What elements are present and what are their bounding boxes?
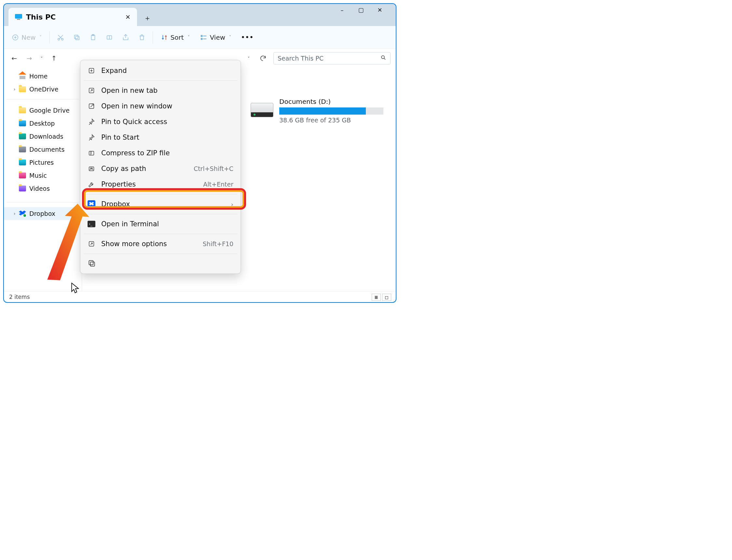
forward-button[interactable]: → [24,53,35,63]
expand-chevron-icon[interactable]: › [14,87,16,92]
context-item-pin-quick-access[interactable]: Pin to Quick access [80,114,241,130]
context-item-show-more-options[interactable]: Show more options Shift+F10 [80,236,241,252]
sidebar-item-label: Dropbox [29,210,55,217]
chevron-right-icon: › [231,201,233,208]
new-tab-button[interactable]: ＋ [140,10,155,26]
search-placeholder: Search This PC [278,55,324,62]
status-bar: 2 items [4,291,396,302]
svg-rect-20 [89,260,93,265]
sidebar-item-music[interactable]: Music [4,169,82,182]
sort-button[interactable]: Sort ˇ [156,31,194,44]
sidebar-item-videos[interactable]: Videos [4,182,82,195]
share-button[interactable] [118,31,133,44]
view-icon [200,34,207,41]
copy-icon[interactable] [88,259,96,268]
zip-icon [88,149,95,157]
share-icon [122,34,129,41]
context-item-properties[interactable]: Properties Alt+Enter [80,176,241,192]
context-item-pin-start[interactable]: Pin to Start [80,130,241,145]
scissors-icon [57,34,64,41]
sort-icon [161,34,168,41]
path-dropdown-icon[interactable]: ˅ [246,53,251,63]
cut-button[interactable] [53,31,68,44]
sidebar-item-dropbox[interactable]: › Dropbox [4,207,82,220]
paste-button[interactable] [86,31,101,44]
chevron-down-icon: ˇ [40,35,42,40]
folder-icon [19,186,26,191]
details-view-button[interactable]: ≣ [372,294,381,301]
folder-icon [19,147,26,152]
chevron-down-icon: ˇ [188,35,190,40]
window-controls: – ▢ ✕ [337,7,394,13]
context-item-dropbox[interactable]: Dropbox › [80,196,241,212]
sidebar-item-onedrive[interactable]: › OneDrive [4,83,82,96]
up-button[interactable]: ↑ [49,53,59,63]
close-window-button[interactable]: ✕ [375,7,385,13]
terminal-icon: ›_ [88,221,95,227]
rename-button[interactable] [102,31,117,44]
sidebar-item-label: Home [29,73,48,80]
sidebar-item-downloads[interactable]: Downloads [4,130,82,143]
view-button[interactable]: View ˇ [196,31,236,44]
sidebar-item-label: Music [29,172,47,179]
sidebar-item-documents[interactable]: Documents [4,143,82,156]
svg-rect-6 [74,35,78,38]
maximize-button[interactable]: ▢ [356,7,366,13]
tab-close-icon[interactable]: ✕ [125,13,131,21]
rename-icon [106,34,113,41]
expand-chevron-icon[interactable]: › [14,211,16,216]
navigation-sidebar: Home › OneDrive Google Drive Desktop Dow… [4,68,82,291]
folder-icon [19,86,26,92]
svg-rect-19 [91,262,95,266]
context-item-expand[interactable]: Expand [80,63,241,78]
more-options-icon [88,240,95,248]
sidebar-item-label: Desktop [29,120,55,127]
refresh-button[interactable] [257,52,269,64]
refresh-icon [260,55,267,62]
back-button[interactable]: ← [9,53,20,63]
new-window-icon [88,102,95,110]
plus-circle-icon [12,34,19,41]
pin-icon [88,118,95,126]
search-icon [380,55,386,62]
context-item-open-new-window[interactable]: Open in new window [80,98,241,114]
context-item-open-terminal[interactable]: ›_ Open in Terminal [80,216,241,232]
sidebar-item-home[interactable]: Home [4,70,82,83]
tab-title: This PC [26,13,56,21]
delete-button[interactable] [134,31,149,44]
sidebar-item-pictures[interactable]: Pictures [4,156,82,169]
sidebar-item-label: Google Drive [29,107,70,114]
drive-name: Documents (D:) [279,98,390,105]
sidebar-item-label: OneDrive [29,86,58,93]
more-button[interactable]: ••• [237,31,258,44]
folder-icon [19,107,26,113]
expand-icon [88,67,95,75]
sync-badge-icon [23,214,27,217]
context-item-copy-as-path[interactable]: Copy as path Ctrl+Shift+C [80,161,241,176]
copy-button[interactable] [69,31,84,44]
sidebar-item-desktop[interactable]: Desktop [4,117,82,130]
sidebar-item-label: Downloads [29,133,63,140]
active-tab[interactable]: This PC ✕ [8,8,137,26]
svg-rect-1 [17,19,20,20]
item-count: 2 items [9,294,30,300]
search-input[interactable]: Search This PC [274,52,390,64]
view-toggle-group: ≣ ◻ [372,294,391,301]
context-item-compress-zip[interactable]: Compress to ZIP file [80,145,241,161]
wrench-icon [88,180,95,188]
context-icon-row [80,256,241,271]
sidebar-item-label: Documents [29,146,64,153]
clipboard-icon [90,34,97,41]
drive-card[interactable]: Documents (D:) 38.6 GB free of 235 GB [251,98,390,124]
dropbox-icon [88,200,95,208]
new-button[interactable]: New ˇ [7,31,46,44]
tiles-view-button[interactable]: ◻ [382,294,391,301]
new-tab-icon [88,87,95,94]
context-item-open-new-tab[interactable]: Open in new tab [80,83,241,98]
command-bar: New ˇ Sort ˇ View ˇ ••• [4,26,396,49]
folder-icon [19,133,26,139]
minimize-button[interactable]: – [337,7,347,13]
svg-point-12 [381,56,384,59]
recent-locations-button[interactable]: ˅ [39,53,44,63]
sidebar-item-google-drive[interactable]: Google Drive [4,104,82,117]
